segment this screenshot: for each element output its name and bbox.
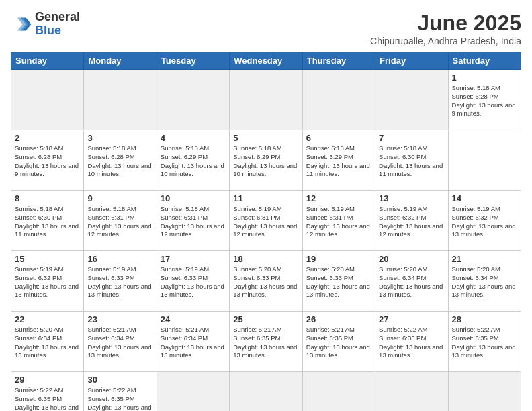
calendar-day: 5Sunrise: 5:18 AMSunset: 6:29 PMDaylight… bbox=[230, 130, 302, 191]
day-number: 22 bbox=[15, 314, 80, 324]
header-monday: Monday bbox=[84, 52, 157, 70]
calendar-header-row: SundayMondayTuesdayWednesdayThursdayFrid… bbox=[11, 52, 521, 70]
calendar-day: 28Sunrise: 5:22 AMSunset: 6:35 PMDayligh… bbox=[448, 312, 521, 372]
day-info: Sunrise: 5:18 AMSunset: 6:28 PMDaylight:… bbox=[87, 144, 152, 179]
logo-general-text: General bbox=[35, 11, 80, 24]
day-number: 12 bbox=[306, 193, 371, 203]
calendar-day: 9Sunrise: 5:18 AMSunset: 6:31 PMDaylight… bbox=[84, 191, 157, 251]
calendar-day bbox=[157, 372, 229, 412]
calendar-day: 17Sunrise: 5:19 AMSunset: 6:33 PMDayligh… bbox=[157, 251, 229, 312]
day-number: 30 bbox=[87, 375, 152, 385]
header-saturday: Saturday bbox=[448, 52, 521, 70]
day-number: 24 bbox=[161, 314, 226, 324]
day-info: Sunrise: 5:18 AMSunset: 6:31 PMDaylight:… bbox=[87, 205, 152, 239]
empty-cell bbox=[11, 70, 84, 130]
day-info: Sunrise: 5:18 AMSunset: 6:28 PMDaylight:… bbox=[15, 144, 80, 179]
day-number: 26 bbox=[306, 314, 371, 324]
calendar-day: 3Sunrise: 5:18 AMSunset: 6:28 PMDaylight… bbox=[84, 130, 157, 191]
day-info: Sunrise: 5:19 AMSunset: 6:33 PMDaylight:… bbox=[87, 265, 152, 300]
day-number: 15 bbox=[15, 254, 80, 264]
day-info: Sunrise: 5:18 AMSunset: 6:29 PMDaylight:… bbox=[306, 144, 371, 179]
calendar-day: 12Sunrise: 5:19 AMSunset: 6:31 PMDayligh… bbox=[302, 191, 375, 251]
day-number: 25 bbox=[233, 314, 298, 324]
day-info: Sunrise: 5:21 AMSunset: 6:34 PMDaylight:… bbox=[87, 326, 152, 360]
day-number: 6 bbox=[306, 133, 371, 143]
calendar-table: SundayMondayTuesdayWednesdayThursdayFrid… bbox=[11, 52, 521, 411]
calendar-title: June 2025 bbox=[370, 11, 521, 36]
calendar-day: 18Sunrise: 5:20 AMSunset: 6:33 PMDayligh… bbox=[230, 251, 302, 312]
day-info: Sunrise: 5:20 AMSunset: 6:34 PMDaylight:… bbox=[379, 265, 444, 300]
day-number: 4 bbox=[161, 133, 226, 143]
day-info: Sunrise: 5:22 AMSunset: 6:35 PMDaylight:… bbox=[452, 326, 517, 360]
day-number: 7 bbox=[379, 133, 444, 143]
header: General Blue June 2025 Chipurupalle, And… bbox=[11, 11, 521, 46]
calendar-week-row: 1Sunrise: 5:18 AMSunset: 6:28 PMDaylight… bbox=[11, 70, 521, 130]
calendar-day: 13Sunrise: 5:19 AMSunset: 6:32 PMDayligh… bbox=[375, 191, 448, 251]
calendar-day bbox=[230, 372, 302, 412]
calendar-day: 22Sunrise: 5:20 AMSunset: 6:34 PMDayligh… bbox=[11, 312, 84, 372]
day-number: 23 bbox=[87, 314, 152, 324]
day-number: 29 bbox=[15, 375, 80, 385]
calendar-week-row: 29Sunrise: 5:22 AMSunset: 6:35 PMDayligh… bbox=[11, 372, 521, 412]
calendar-week-row: 15Sunrise: 5:19 AMSunset: 6:32 PMDayligh… bbox=[11, 251, 521, 312]
calendar-day: 15Sunrise: 5:19 AMSunset: 6:32 PMDayligh… bbox=[11, 251, 84, 312]
day-info: Sunrise: 5:18 AMSunset: 6:29 PMDaylight:… bbox=[161, 144, 226, 179]
day-number: 19 bbox=[306, 254, 371, 264]
day-number: 20 bbox=[379, 254, 444, 264]
day-info: Sunrise: 5:18 AMSunset: 6:31 PMDaylight:… bbox=[161, 205, 226, 239]
day-info: Sunrise: 5:18 AMSunset: 6:28 PMDaylight:… bbox=[452, 84, 517, 118]
calendar-day bbox=[375, 372, 448, 412]
day-number: 16 bbox=[87, 254, 152, 264]
header-wednesday: Wednesday bbox=[230, 52, 302, 70]
day-number: 14 bbox=[452, 193, 517, 203]
header-tuesday: Tuesday bbox=[157, 52, 229, 70]
day-info: Sunrise: 5:21 AMSunset: 6:35 PMDaylight:… bbox=[306, 326, 371, 360]
day-info: Sunrise: 5:19 AMSunset: 6:31 PMDaylight:… bbox=[306, 205, 371, 239]
calendar-day: 29Sunrise: 5:22 AMSunset: 6:35 PMDayligh… bbox=[11, 372, 84, 412]
empty-cell bbox=[84, 70, 157, 130]
calendar-day: 6Sunrise: 5:18 AMSunset: 6:29 PMDaylight… bbox=[302, 130, 375, 191]
header-friday: Friday bbox=[375, 52, 448, 70]
day-info: Sunrise: 5:21 AMSunset: 6:34 PMDaylight:… bbox=[161, 326, 226, 360]
day-number: 10 bbox=[161, 193, 226, 203]
day-info: Sunrise: 5:20 AMSunset: 6:34 PMDaylight:… bbox=[452, 265, 517, 300]
day-number: 9 bbox=[87, 193, 152, 203]
day-number: 17 bbox=[161, 254, 226, 264]
day-number: 11 bbox=[233, 193, 298, 203]
day-info: Sunrise: 5:22 AMSunset: 6:35 PMDaylight:… bbox=[15, 386, 80, 411]
calendar-day: 14Sunrise: 5:19 AMSunset: 6:32 PMDayligh… bbox=[448, 191, 521, 251]
empty-cell bbox=[157, 70, 229, 130]
day-number: 8 bbox=[15, 193, 80, 203]
day-info: Sunrise: 5:19 AMSunset: 6:32 PMDaylight:… bbox=[452, 205, 517, 239]
title-area: June 2025 Chipurupalle, Andhra Pradesh, … bbox=[370, 11, 521, 46]
calendar-day: 8Sunrise: 5:18 AMSunset: 6:30 PMDaylight… bbox=[11, 191, 84, 251]
calendar-day: 4Sunrise: 5:18 AMSunset: 6:29 PMDaylight… bbox=[157, 130, 229, 191]
calendar-subtitle: Chipurupalle, Andhra Pradesh, India bbox=[370, 36, 521, 46]
calendar-day: 20Sunrise: 5:20 AMSunset: 6:34 PMDayligh… bbox=[375, 251, 448, 312]
calendar-day: 2Sunrise: 5:18 AMSunset: 6:28 PMDaylight… bbox=[11, 130, 84, 191]
day-info: Sunrise: 5:18 AMSunset: 6:30 PMDaylight:… bbox=[379, 144, 444, 179]
day-number: 27 bbox=[379, 314, 444, 324]
logo: General Blue bbox=[11, 11, 80, 38]
day-info: Sunrise: 5:21 AMSunset: 6:35 PMDaylight:… bbox=[233, 326, 298, 360]
day-info: Sunrise: 5:20 AMSunset: 6:34 PMDaylight:… bbox=[15, 326, 80, 360]
day-info: Sunrise: 5:18 AMSunset: 6:29 PMDaylight:… bbox=[233, 144, 298, 179]
day-info: Sunrise: 5:20 AMSunset: 6:33 PMDaylight:… bbox=[306, 265, 371, 300]
day-number: 1 bbox=[452, 73, 517, 83]
day-info: Sunrise: 5:19 AMSunset: 6:32 PMDaylight:… bbox=[379, 205, 444, 239]
calendar-day: 16Sunrise: 5:19 AMSunset: 6:33 PMDayligh… bbox=[84, 251, 157, 312]
calendar-day bbox=[302, 372, 375, 412]
calendar-day bbox=[448, 372, 521, 412]
header-thursday: Thursday bbox=[302, 52, 375, 70]
calendar-day: 10Sunrise: 5:18 AMSunset: 6:31 PMDayligh… bbox=[157, 191, 229, 251]
day-number: 2 bbox=[15, 133, 80, 143]
day-info: Sunrise: 5:19 AMSunset: 6:32 PMDaylight:… bbox=[15, 265, 80, 300]
day-number: 13 bbox=[379, 193, 444, 203]
day-info: Sunrise: 5:18 AMSunset: 6:30 PMDaylight:… bbox=[15, 205, 80, 239]
generalblue-logo-icon bbox=[11, 13, 32, 35]
day-number: 18 bbox=[233, 254, 298, 264]
empty-cell bbox=[230, 70, 302, 130]
empty-cell bbox=[302, 70, 375, 130]
day-info: Sunrise: 5:22 AMSunset: 6:35 PMDaylight:… bbox=[379, 326, 444, 360]
day-info: Sunrise: 5:19 AMSunset: 6:33 PMDaylight:… bbox=[161, 265, 226, 300]
